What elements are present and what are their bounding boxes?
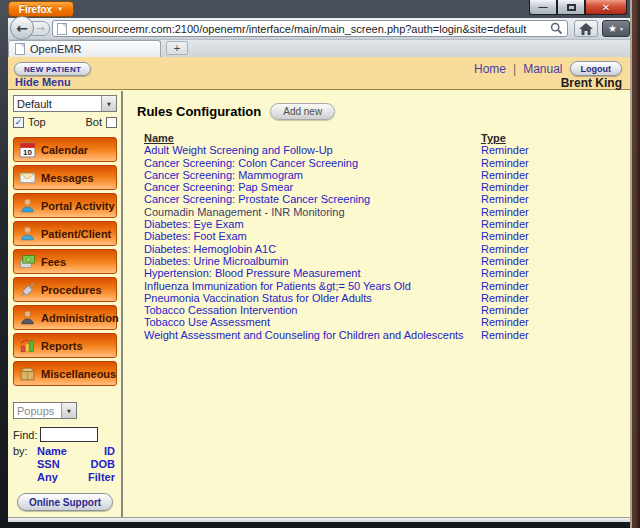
back-arrow-icon: ← (16, 20, 28, 36)
search-by-dob-link[interactable]: DOB (79, 458, 115, 470)
sidebar: Default ▼ ✓ Top Bot 10 (8, 91, 123, 517)
app-header: NEW PATIENT Hide Menu Home | Manual Logo… (8, 57, 630, 90)
sidebar-item-label: Administration (41, 312, 119, 324)
url-bar[interactable]: opensourceemr.com:2100/openemr/interface… (52, 20, 568, 37)
messages-icon (19, 169, 36, 186)
rules-table: Name Type Adult Weight Screening and Fol… (144, 132, 622, 341)
firefox-button-label: Firefox (19, 4, 52, 15)
rule-name-link[interactable]: Diabetes: Foot Exam (144, 230, 481, 242)
popups-select-value: Popups (14, 405, 61, 417)
url-text[interactable]: opensourceemr.com:2100/openemr/interface… (72, 23, 545, 35)
chevron-down-icon: ▼ (57, 6, 63, 12)
category-select[interactable]: Default ▼ (13, 95, 117, 112)
app-body: Default ▼ ✓ Top Bot 10 (8, 91, 630, 517)
rule-name-link[interactable]: Adult Weight Screening and Follow-Up (144, 144, 481, 156)
logout-button[interactable]: Logout (570, 61, 623, 76)
patient-client-icon (19, 225, 36, 242)
rule-type: Reminder (481, 280, 622, 292)
firefox-menu-button[interactable]: Firefox ▼ (8, 1, 74, 17)
home-button[interactable] (574, 20, 598, 37)
sidebar-item-label: Portal Activity (41, 200, 115, 212)
page-title: Rules Configuration (137, 104, 261, 119)
miscellaneous-icon (19, 365, 36, 382)
search-by-any-link[interactable]: Any (37, 471, 79, 483)
chevron-down-icon: ▼ (101, 96, 116, 111)
star-icon: ★ (608, 23, 617, 34)
hide-menu-link[interactable]: Hide Menu (15, 76, 71, 88)
sidebar-item-label: Fees (41, 256, 66, 268)
search-icon[interactable] (550, 22, 563, 35)
sidebar-item-label: Patient/Client (41, 228, 111, 240)
search-by-ssn-link[interactable]: SSN (37, 458, 79, 470)
rule-name-link[interactable]: Diabetes: Urine Microalbumin (144, 255, 481, 267)
search-filter-link[interactable]: Filter (79, 471, 115, 483)
find-label: Find: (13, 429, 37, 441)
back-button[interactable]: ← (10, 16, 34, 40)
top-checkbox[interactable]: ✓ (13, 117, 24, 128)
category-select-value: Default (14, 98, 101, 110)
online-support-button[interactable]: Online Support (17, 493, 113, 511)
sidebar-item-procedures[interactable]: Procedures (13, 277, 117, 302)
bot-checkbox[interactable] (106, 117, 117, 128)
rule-type: Reminder (481, 157, 622, 169)
find-input[interactable] (40, 427, 98, 442)
rule-name-link[interactable]: Hypertension: Blood Pressure Measurement (144, 267, 481, 279)
sidebar-item-label: Messages (41, 172, 94, 184)
page-icon (15, 43, 25, 55)
sidebar-item-patient-client[interactable]: Patient/Client (13, 221, 117, 246)
header-links: Home | Manual Logout (474, 61, 622, 76)
openemr-app: NEW PATIENT Hide Menu Home | Manual Logo… (8, 57, 630, 517)
home-link[interactable]: Home (474, 62, 506, 76)
home-icon (579, 23, 593, 35)
rule-name-link[interactable]: Cancer Screening: Prostate Cancer Screen… (144, 193, 481, 205)
close-button[interactable]: ✕ (585, 0, 627, 15)
sidebar-item-fees[interactable]: Fees (13, 249, 117, 274)
rule-name-link[interactable]: Cancer Screening: Pap Smear (144, 181, 481, 193)
calendar-icon: 10 (19, 141, 36, 158)
sidebar-item-label: Procedures (41, 284, 102, 296)
top-label: Top (28, 116, 46, 128)
rule-name-link[interactable]: Diabetes: Hemoglobin A1C (144, 243, 481, 255)
new-patient-button[interactable]: NEW PATIENT (14, 62, 91, 76)
manual-link[interactable]: Manual (523, 62, 562, 76)
popups-select[interactable]: Popups ▼ (13, 402, 77, 419)
search-by-links: by: Name ID SSN DOB Any Filter (13, 445, 117, 483)
sidebar-item-messages[interactable]: Messages (13, 165, 117, 190)
title-row: Rules Configuration Add new (137, 103, 622, 120)
rule-type: Reminder (481, 193, 622, 205)
sidebar-menu: 10 Calendar Messages (13, 137, 117, 386)
sidebar-item-administration[interactable]: Administration (13, 305, 117, 330)
rule-name-link[interactable]: Coumadin Management - INR Monitoring (144, 206, 481, 218)
sidebar-item-label: Reports (41, 340, 83, 352)
new-tab-button[interactable]: + (166, 41, 188, 55)
sidebar-item-reports[interactable]: Reports (13, 333, 117, 358)
rule-name-link[interactable]: Weight Assessment and Counseling for Chi… (144, 329, 481, 341)
minimize-button[interactable]: — (529, 0, 557, 15)
sidebar-item-calendar[interactable]: 10 Calendar (13, 137, 117, 162)
rule-type: Reminder (481, 218, 622, 230)
rule-name-link[interactable]: Cancer Screening: Mammogram (144, 169, 481, 181)
rule-name-link[interactable]: Tobacco Use Assessment (144, 316, 481, 328)
main-content: Rules Configuration Add new Name Type Ad… (123, 91, 630, 517)
rule-type: Reminder (481, 329, 622, 341)
window-controls: — ✕ (529, 0, 627, 15)
column-header-name: Name (144, 132, 481, 144)
bookmarks-button[interactable]: ★ ▼ (602, 20, 630, 37)
rule-name-link[interactable]: Cancer Screening: Colon Cancer Screening (144, 157, 481, 169)
sidebar-item-portal-activity[interactable]: Portal Activity (13, 193, 117, 218)
separator: | (513, 62, 516, 76)
sidebar-item-miscellaneous[interactable]: Miscellaneous (13, 361, 117, 386)
rule-name-link[interactable]: Pneumonia Vaccination Status for Older A… (144, 292, 481, 304)
search-by-id-link[interactable]: ID (79, 445, 115, 457)
chevron-down-icon: ▼ (61, 403, 76, 418)
page-icon (57, 23, 67, 35)
maximize-button[interactable] (557, 0, 585, 15)
search-by-name-link[interactable]: Name (37, 445, 79, 457)
add-new-button[interactable]: Add new (270, 103, 335, 120)
rule-name-link[interactable]: Influenza Immunization for Patients &gt;… (144, 280, 481, 292)
tab-openemr[interactable]: OpenEMR (8, 40, 161, 57)
rule-name-link[interactable]: Diabetes: Eye Exam (144, 218, 481, 230)
rule-type: Reminder (481, 230, 622, 242)
rule-name-link[interactable]: Tobacco Cessation Intervention (144, 304, 481, 316)
procedures-icon (19, 281, 36, 298)
